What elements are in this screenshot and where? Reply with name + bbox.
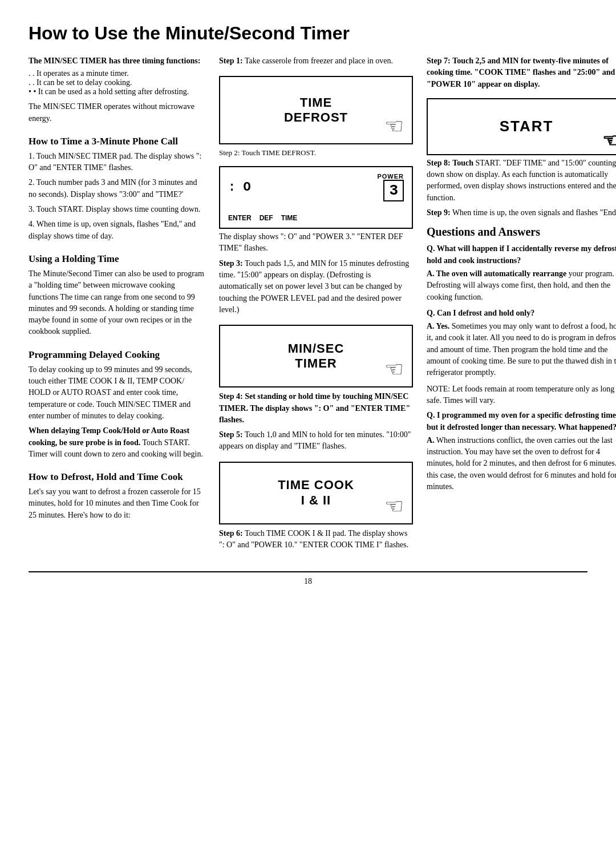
step6-desc: Touch TIME COOK I & II pad. The display …: [219, 529, 408, 549]
phone-call-step1: 1. Touch MIN/SEC TIMER pad. The display …: [29, 151, 205, 174]
qa1-question: Q. What will happen if I accidentally re…: [427, 243, 616, 267]
step9-label: Step 9:: [427, 208, 451, 217]
qa1-answer-bold: A. The oven will automatically rearrange: [427, 269, 566, 278]
display-num-3: 3: [383, 180, 404, 201]
time-label: TIME: [281, 214, 298, 222]
minsec-timer-label: MIN/SECTIMER: [282, 331, 350, 382]
qa-title: Questions and Answers: [427, 225, 616, 239]
step6-label: Step 6:: [219, 529, 243, 538]
time-defrost-label: TIMEDEFROST: [278, 85, 354, 136]
phone-call-step2: 2. Touch number pads 3 and MIN (for 3 mi…: [29, 177, 205, 200]
qa2-answer: A. Yes. Sometimes you may only want to d…: [427, 321, 616, 378]
time-cook-label: TIME COOKI & II: [272, 467, 360, 518]
defrost-hold-body: Let's say you want to defrost a frozen c…: [29, 486, 205, 521]
step8-bold: Touch: [452, 159, 473, 167]
step8-text: Step 8: Touch START. "DEF TIME" and "15:…: [427, 158, 616, 204]
step5-label: Step 5:: [219, 430, 243, 439]
display-panel-1: : O POWER 3 ENTER DEF TIME: [219, 166, 413, 229]
step3-label: Step 3:: [219, 259, 243, 268]
step4-bold: Set standing or hold time by touching MI…: [219, 392, 410, 424]
power-label: POWER: [377, 173, 404, 180]
qa2-question: Q. Can I defrost and hold only?: [427, 308, 616, 319]
step6-text: Step 6: Touch TIME COOK I & II pad. The …: [219, 528, 413, 551]
step4-label: Step 4:: [219, 392, 243, 401]
step3-desc: Touch pads 1,5, and MIN for 15 minutes d…: [219, 259, 409, 314]
step9-text: Step 9: When time is up, the oven signal…: [427, 207, 616, 219]
intro-list-item-1: . It operates as a minute timer.: [29, 69, 205, 78]
step4-text: Step 4: Set standing or hold time by tou…: [219, 391, 413, 426]
display-colon-o: : O: [228, 180, 251, 195]
step8-label: Step 8:: [427, 159, 451, 167]
step5-desc: Touch 1,0 and MIN to hold for ten minute…: [219, 430, 411, 450]
qa3-answer: A. When instructions conflict, the oven …: [427, 435, 616, 492]
step3-text: Step 3: Touch pads 1,5, and MIN for 15 m…: [219, 258, 413, 316]
delayed-cooking-body2: When delaying Temp Cook/Hold or Auto Roa…: [29, 425, 205, 460]
section-title-holding-time: Using a Holding Time: [29, 253, 205, 265]
column-1: The MIN/SEC TIMER has three timing funct…: [29, 55, 205, 554]
qa2-answer-bold: A. Yes.: [427, 322, 449, 330]
main-layout: The MIN/SEC TIMER has three timing funct…: [29, 55, 587, 554]
qa3-question: Q. I programmed my oven for a specific d…: [427, 410, 616, 433]
step9-desc: When time is up, the oven signals and fl…: [452, 208, 616, 217]
finger-icon-1: ☞: [384, 114, 404, 139]
finger-icon-2: ☞: [384, 357, 404, 382]
page-title: How to Use the Minute/Second Timer: [29, 23, 587, 44]
step1-desc: Take casserole from freezer and place in…: [245, 56, 393, 65]
finger-icon-3: ☞: [384, 494, 404, 519]
holding-time-body: The Minute/Second Timer can also be used…: [29, 268, 205, 338]
qa1-answer: A. The oven will automatically rearrange…: [427, 268, 616, 303]
step7-bold: Touch 2,5 and MIN for twenty-five minute…: [427, 56, 615, 88]
step2-caption: Step 2: Touch TIME DEFROST.: [219, 148, 413, 159]
intro-body: The MIN/SEC TIMER operates without micro…: [29, 101, 205, 124]
section-title-phone-call: How to Time a 3-Minute Phone Call: [29, 136, 205, 147]
qa-section: Questions and Answers Q. What will happe…: [427, 225, 616, 497]
start-label: START: [500, 118, 554, 135]
def-label: DEF: [260, 214, 273, 222]
time-cook-button[interactable]: TIME COOKI & II ☞: [219, 462, 413, 524]
intro-list-item-3: • It can be used as a hold setting after…: [29, 87, 205, 96]
intro-heading: The MIN/SEC TIMER has three timing funct…: [29, 55, 205, 67]
phone-call-step3: 3. Touch START. Display shows time count…: [29, 204, 205, 215]
column-2: Step 1: Take casserole from freezer and …: [219, 55, 413, 554]
step1-text: Step 1: Take casserole from freezer and …: [219, 55, 413, 67]
step7-text: Step 7: Touch 2,5 and MIN for twenty-fiv…: [427, 55, 616, 90]
phone-call-step4: 4. When time is up, oven signals, flashe…: [29, 219, 205, 242]
intro-list-item-2: . It can be set to delay cooking.: [29, 78, 205, 87]
step7-label: Step 7:: [427, 56, 451, 65]
step5-text: Step 5: Touch 1,0 and MIN to hold for te…: [219, 429, 413, 453]
intro-list: . It operates as a minute timer. . It ca…: [29, 69, 205, 96]
delayed-cooking-body1: To delay cooking up to 99 minutes and 99…: [29, 364, 205, 422]
enter-label: ENTER: [228, 214, 252, 222]
column-3: Step 7: Touch 2,5 and MIN for twenty-fiv…: [427, 55, 616, 554]
section-title-delayed-cooking: Programming Delayed Cooking: [29, 349, 205, 361]
page-number: 18: [29, 576, 587, 587]
minsec-timer-button[interactable]: MIN/SECTIMER ☞: [219, 325, 413, 387]
qa3-answer-rest: When instructions conflict, the oven car…: [427, 436, 616, 491]
bottom-rule: [29, 571, 587, 572]
section-title-defrost-hold: How to Defrost, Hold and Time Cook: [29, 471, 205, 483]
qa3-answer-bold: A.: [427, 436, 435, 445]
step1-label: Step 1:: [219, 56, 243, 65]
time-defrost-button[interactable]: TIMEDEFROST ☞: [219, 76, 413, 144]
display-caption-1: The display shows ": O" and "POWER 3." "…: [219, 231, 413, 255]
qa2-note: NOTE: Let foods remain at room temperatu…: [427, 383, 616, 407]
qa2-answer-rest: Sometimes you may only want to defrost a…: [427, 322, 616, 377]
finger-icon-4: ☞: [601, 129, 616, 152]
start-button[interactable]: START ☞: [427, 98, 616, 155]
